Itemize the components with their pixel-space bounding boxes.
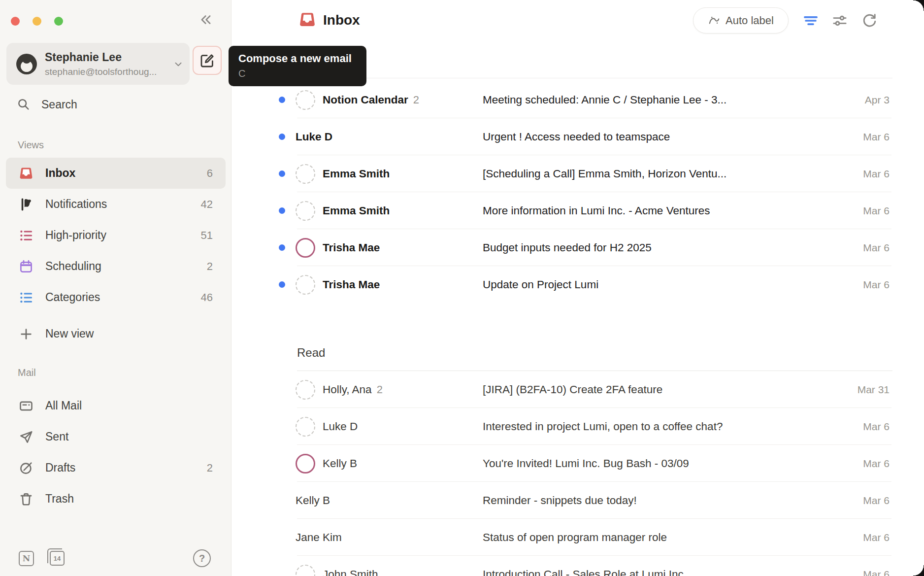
search-button[interactable]: Search bbox=[0, 91, 231, 118]
inbox-icon bbox=[19, 166, 33, 181]
email-sender: Notion Calendar bbox=[323, 94, 408, 106]
sliders-icon bbox=[831, 12, 848, 29]
unread-dot bbox=[279, 244, 285, 251]
email-sender: Luke D bbox=[323, 420, 358, 433]
email-row-jane-kim[interactable]: Jane Kim Status of open program manager … bbox=[231, 519, 924, 556]
email-row-kelly-b[interactable]: Kelly B Reminder - snippets due today! M… bbox=[231, 482, 924, 519]
email-sender: Trisha Mae bbox=[323, 278, 380, 291]
profile-name: Stephanie Lee bbox=[45, 50, 157, 65]
email-subject: More information in Lumi Inc. - Acme Ven… bbox=[483, 204, 835, 217]
sidebar-item-inbox[interactable]: Inbox 6 bbox=[6, 158, 226, 189]
email-sender: Jane Kim bbox=[296, 531, 342, 544]
email-date: Mar 6 bbox=[863, 242, 890, 254]
email-row-luke-d[interactable]: Luke D Interested in project Lumi, open … bbox=[231, 408, 924, 445]
email-date: Mar 6 bbox=[863, 458, 890, 470]
email-row-john-smith[interactable]: John Smith Introduction Call - Sales Rol… bbox=[231, 556, 924, 576]
sidebar-button-new-view[interactable]: New view bbox=[6, 318, 226, 349]
filter-button[interactable] bbox=[802, 12, 820, 30]
email-row-emma-smith[interactable]: Emma Smith More information in Lumi Inc.… bbox=[231, 192, 924, 229]
tooltip-shortcut: C bbox=[238, 68, 357, 79]
sidebar-item-drafts[interactable]: Drafts 2 bbox=[6, 452, 226, 483]
email-subject: Status of open program manager role bbox=[483, 531, 835, 544]
email-subject: [JIRA] (B2FA-10) Create 2FA feature bbox=[483, 383, 835, 396]
sidebar-footer: N 14 ? bbox=[0, 544, 231, 572]
plus-icon bbox=[19, 327, 33, 341]
sidebar-item-scheduling[interactable]: Scheduling 2 bbox=[6, 251, 226, 282]
email-subject: Update on Project Lumi bbox=[483, 278, 835, 291]
avatar-circle bbox=[296, 164, 315, 184]
unread-section-divider bbox=[297, 78, 892, 78]
email-row-holly-ana[interactable]: Holly, Ana 2 [JIRA] (B2FA-10) Create 2FA… bbox=[231, 371, 924, 408]
minimize-window-button[interactable] bbox=[33, 17, 41, 26]
email-row-luke-d[interactable]: Luke D Urgent ! Access needed to teamspa… bbox=[231, 118, 924, 155]
filter-lines-icon bbox=[802, 12, 819, 29]
email-row-trisha-mae[interactable]: Trisha Mae Update on Project Lumi Mar 6 bbox=[231, 266, 924, 303]
all-mail-icon bbox=[19, 399, 33, 413]
sidebar-item-notifications[interactable]: Notifications 42 bbox=[6, 189, 226, 220]
window-controls bbox=[11, 17, 63, 26]
notifications-icon bbox=[19, 197, 33, 212]
close-window-button[interactable] bbox=[11, 17, 20, 26]
email-sender: Holly, Ana bbox=[323, 383, 372, 396]
email-row-notion-calendar[interactable]: Notion Calendar 2 Meeting scheduled: Ann… bbox=[231, 81, 924, 118]
display-settings-button[interactable] bbox=[831, 12, 849, 30]
email-date: Mar 6 bbox=[863, 421, 890, 433]
email-subject: Meeting scheduled: Annie C / Stephanie L… bbox=[483, 94, 835, 106]
trash-icon bbox=[19, 492, 33, 507]
collapse-sidebar-button[interactable] bbox=[197, 11, 215, 29]
email-subject: Budget inputs needed for H2 2025 bbox=[483, 241, 835, 254]
email-sender: Luke D bbox=[296, 131, 332, 143]
sidebar-item-sent[interactable]: Sent bbox=[6, 421, 226, 452]
sidebar-item-high-priority[interactable]: High-priority 51 bbox=[6, 220, 226, 251]
email-date: Mar 6 bbox=[863, 205, 890, 217]
unread-count-badge: 2 bbox=[207, 260, 213, 273]
email-sender: Emma Smith bbox=[323, 168, 390, 180]
sidebar-item-categories[interactable]: Categories 46 bbox=[6, 282, 226, 313]
views-section-header: Views bbox=[18, 139, 44, 151]
email-subject: You're Invited! Lumi Inc. Bug Bash - 03/… bbox=[483, 457, 835, 470]
email-row-emma-smith[interactable]: Emma Smith [Scheduling a Call] Emma Smit… bbox=[231, 155, 924, 192]
email-row-kelly-b[interactable]: Kelly B You're Invited! Lumi Inc. Bug Ba… bbox=[231, 445, 924, 482]
sidebar-item-all-mail[interactable]: All Mail bbox=[6, 390, 226, 421]
email-sender: John Smith bbox=[323, 568, 378, 576]
unread-dot bbox=[279, 170, 285, 177]
zoom-window-button[interactable] bbox=[54, 17, 63, 26]
thread-count: 2 bbox=[413, 94, 419, 106]
views-list: Inbox 6 Notifications 42 High-priority 5… bbox=[0, 158, 231, 313]
email-date: Apr 3 bbox=[865, 94, 890, 106]
email-date: Mar 6 bbox=[863, 279, 890, 291]
mail-list: All Mail Sent Drafts 2 Trash bbox=[0, 390, 231, 514]
email-sender: Trisha Mae bbox=[323, 241, 380, 254]
unread-dot bbox=[279, 281, 285, 288]
email-sender: Kelly B bbox=[296, 494, 330, 507]
notion-logo-icon[interactable]: N bbox=[19, 551, 34, 566]
unread-count-badge: 42 bbox=[201, 198, 213, 211]
sent-icon bbox=[19, 430, 33, 444]
sidebar: Stephanie Lee stephanie@toolsforthoug...… bbox=[0, 0, 231, 576]
email-row-trisha-mae[interactable]: Trisha Mae Budget inputs needed for H2 2… bbox=[231, 229, 924, 266]
account-switcher[interactable]: Stephanie Lee stephanie@toolsforthoug... bbox=[6, 43, 190, 85]
avatar-circle bbox=[296, 565, 315, 576]
mail-section-header: Mail bbox=[18, 367, 36, 378]
profile-email: stephanie@toolsforthoug... bbox=[45, 67, 157, 77]
sidebar-item-trash[interactable]: Trash bbox=[6, 483, 226, 514]
search-label: Search bbox=[41, 98, 77, 111]
avatar-circle bbox=[296, 90, 315, 110]
email-date: Mar 6 bbox=[863, 168, 890, 180]
unread-count-badge: 46 bbox=[201, 291, 213, 304]
notion-calendar-icon[interactable]: 14 bbox=[50, 551, 65, 566]
tooltip-title: Compose a new email bbox=[238, 52, 357, 65]
unread-dot bbox=[279, 134, 285, 140]
refresh-button[interactable] bbox=[860, 12, 878, 30]
user-avatar bbox=[16, 54, 37, 74]
unread-email-list: Notion Calendar 2 Meeting scheduled: Ann… bbox=[231, 81, 924, 303]
email-subject: Urgent ! Access needed to teamspace bbox=[483, 131, 835, 143]
double-chevron-left-icon bbox=[198, 12, 213, 27]
email-date: Mar 6 bbox=[863, 532, 890, 543]
unread-dot bbox=[279, 207, 285, 214]
auto-label-button[interactable]: Auto label bbox=[693, 7, 789, 34]
auto-label-text: Auto label bbox=[726, 14, 774, 27]
auto-label-wand-icon bbox=[708, 14, 721, 27]
compose-button[interactable] bbox=[193, 46, 222, 75]
help-icon[interactable]: ? bbox=[193, 549, 211, 567]
